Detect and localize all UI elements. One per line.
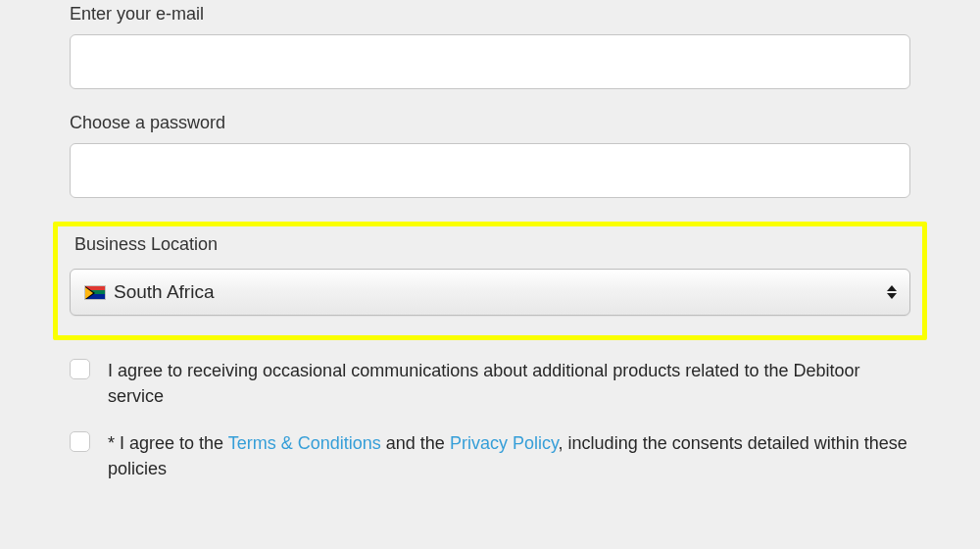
email-input[interactable] <box>70 34 910 89</box>
south-africa-flag-icon <box>84 285 106 300</box>
business-location-selected-text: South Africa <box>114 281 214 303</box>
consent-communications-label: I agree to receiving occasional communic… <box>108 358 910 409</box>
privacy-policy-link[interactable]: Privacy Policy <box>450 433 559 453</box>
consent-terms-prefix: * I agree to the <box>108 433 228 453</box>
password-input[interactable] <box>70 143 910 198</box>
business-location-select[interactable]: South Africa <box>70 269 910 316</box>
consent-terms-checkbox[interactable] <box>70 431 90 452</box>
business-location-highlight: Business Location South Africa <box>53 222 927 340</box>
consent-terms-label: * I agree to the Terms & Conditions and … <box>108 430 910 481</box>
terms-and-conditions-link[interactable]: Terms & Conditions <box>228 433 381 453</box>
business-location-label: Business Location <box>74 234 910 255</box>
email-label: Enter your e-mail <box>70 4 910 25</box>
consent-terms-mid: and the <box>381 433 450 453</box>
consent-communications-checkbox[interactable] <box>70 359 90 379</box>
password-label: Choose a password <box>70 113 910 133</box>
